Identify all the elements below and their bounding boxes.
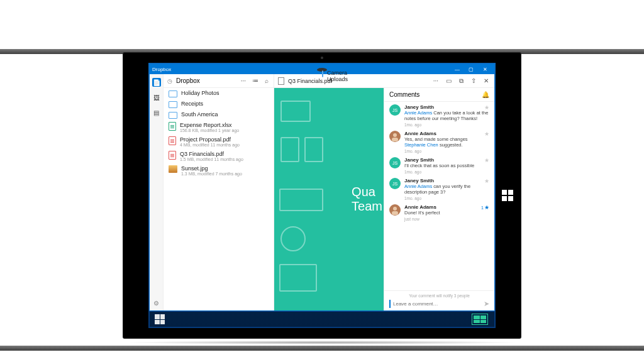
document-title-text: Qua Team [352,185,384,214]
preview-copy-icon[interactable]: ⧉ [457,77,465,85]
windows-logo-hw [502,190,513,201]
file-row[interactable]: Sunset.jpg1.3 MB, modified 7 months ago [164,163,274,178]
window-title: Dropbox [152,67,171,72]
comments-footer: Your comment will notify 3 people ➤ [384,290,494,310]
comment-author: Janey Smith [404,104,489,110]
comment-author: Annie Adams [404,131,489,136]
folder-list: Camera UploadsHoliday PhotosReceiptsSout… [164,88,274,120]
comment-time: 1mo. ago [404,196,489,200]
file-row[interactable]: Expense Report.xlsx156.8 KB, modified 1 … [164,120,274,134]
iconbar-photos-icon[interactable]: 🖼 [152,93,161,102]
send-comment-icon[interactable]: ➤ [484,300,489,308]
file-list: Expense Report.xlsx156.8 KB, modified 1 … [164,120,274,178]
star-button[interactable]: ★ [484,178,489,184]
window-minimize-button[interactable]: — [450,67,464,72]
file-label: Project Proposal.pdf [180,136,240,143]
preview-close-button[interactable]: ✕ [482,77,491,84]
comment-item: JSJaney SmithI'll check that as soon as … [384,155,494,175]
folder-icon [322,70,323,77]
iconbar-paper-icon[interactable]: ▤ [152,108,161,117]
folder-row[interactable]: Camera Uploads [317,68,327,72]
preview-panel: Q3 Financials.pdf ··· ▭ ⧉ ⇧ ✕ [274,74,494,310]
preview-share-icon[interactable]: ⇧ [469,77,478,84]
left-iconbar: 📄 🖼 ▤ ⚙ [150,74,164,310]
preview-comments-icon[interactable]: ▭ [444,77,453,84]
avatar[interactable] [389,131,401,142]
comment-text: I'll check that as soon as possible [404,163,489,168]
folder-label: Holiday Photos [181,90,219,96]
file-label: Sunset.jpg [181,165,242,172]
file-meta: 156.8 KB, modified 1 year ago [180,128,239,133]
file-meta: 1.5 MB, modified 11 months ago [180,157,243,162]
folder-icon [169,112,177,119]
comment-time: 1mo. ago [404,123,489,127]
tablet-frame: Dropbox — ▢ ✕ 📄 🖼 ▤ ⚙ ◷ Dropbox [123,53,521,338]
avatar[interactable]: JS [389,104,401,116]
document-icon [278,77,284,85]
files-search-icon[interactable]: ⌕ [264,77,270,84]
folder-label: Receipts [181,101,203,107]
task-view-button[interactable] [472,314,488,325]
star-button[interactable]: 1★ [481,204,489,211]
files-view-toggle-icon[interactable]: ≔ [251,77,260,84]
folder-label: South America [181,111,218,118]
file-icon [169,151,176,160]
file-meta: 1.3 MB, modified 7 months ago [181,172,242,176]
comments-panel: Comments 🔔 JSJaney SmithAnnie Adams Can … [384,88,494,310]
file-icon [169,136,176,145]
star-button[interactable]: ★ [484,104,489,111]
backdrop-bar-bottom [0,346,644,351]
comments-title: Comments [389,91,419,98]
comment-author: Annie Adams [404,204,489,210]
star-button[interactable]: ★ [484,131,489,137]
mention[interactable]: Stephanie Chen [404,142,438,148]
notifications-bell-icon[interactable]: 🔔 [482,91,489,98]
comment-item: Annie AdamsYes, and made some changes St… [384,128,494,155]
comment-text: Yes, and made some changes Stephanie Che… [404,136,489,148]
document-preview[interactable]: Qua Team [274,88,384,310]
iconbar-settings-icon[interactable]: ⚙ [153,300,159,307]
mention[interactable]: Annie Adams [404,184,432,189]
comment-time: just now [404,217,489,221]
folder-icon [169,101,177,108]
file-row[interactable]: Q3 Financials.pdf1.5 MB, modified 11 mon… [164,149,274,163]
folder-row[interactable]: Receipts [164,99,274,109]
mention[interactable]: Annie Adams [404,110,432,116]
window-maximize-button[interactable]: ▢ [464,67,478,72]
dropbox-app-window: Dropbox — ▢ ✕ 📄 🖼 ▤ ⚙ ◷ Dropbox [150,64,494,310]
comment-time: 1mo. ago [404,170,489,174]
avatar[interactable]: JS [389,157,401,168]
preview-title: Q3 Financials.pdf [288,78,332,84]
comment-item: JSJaney SmithAnnie Adams can you verify … [384,175,494,202]
file-icon [169,122,176,131]
folder-row[interactable]: South America [164,109,274,120]
star-button[interactable]: ★ [484,157,489,163]
files-panel: ◷ Dropbox ··· ≔ ⌕ Camera UploadsHoliday … [164,74,274,310]
window-close-button[interactable]: ✕ [478,67,492,72]
iconbar-files-icon[interactable]: 📄 [152,78,161,87]
comment-text: Annie Adams Can you take a look at the n… [404,110,489,121]
image-thumbnail [169,165,177,173]
comment-text: Done! It's perfect [404,210,489,216]
tablet-screen: Dropbox — ▢ ✕ 📄 🖼 ▤ ⚙ ◷ Dropbox [148,63,496,328]
file-row[interactable]: Project Proposal.pdf4 MB, modified 11 mo… [164,134,274,149]
start-button[interactable] [155,314,165,324]
comment-input[interactable] [389,300,480,308]
comment-text: Annie Adams can you verify the descripti… [404,184,489,195]
comment-notify-text: Your comment will notify 3 people [389,293,489,298]
comment-author: Janey Smith [404,178,489,184]
comment-time: 1mo. ago [404,149,489,153]
files-more-button[interactable]: ··· [240,77,247,84]
avatar[interactable]: JS [389,178,401,189]
recents-icon[interactable]: ◷ [167,78,172,84]
comment-author: Janey Smith [404,157,489,163]
folder-row[interactable]: Holiday Photos [164,88,274,99]
windows-taskbar [150,312,494,327]
avatar[interactable] [389,204,401,216]
preview-more-button[interactable]: ··· [431,77,440,84]
file-label: Q3 Financials.pdf [180,151,243,157]
files-panel-header: ◷ Dropbox ··· ≔ ⌕ [164,74,274,88]
preview-toolbar: Q3 Financials.pdf ··· ▭ ⧉ ⇧ ✕ [274,74,494,88]
comment-item: JSJaney SmithAnnie Adams Can you take a … [384,102,494,128]
comments-list: JSJaney SmithAnnie Adams Can you take a … [384,102,494,290]
